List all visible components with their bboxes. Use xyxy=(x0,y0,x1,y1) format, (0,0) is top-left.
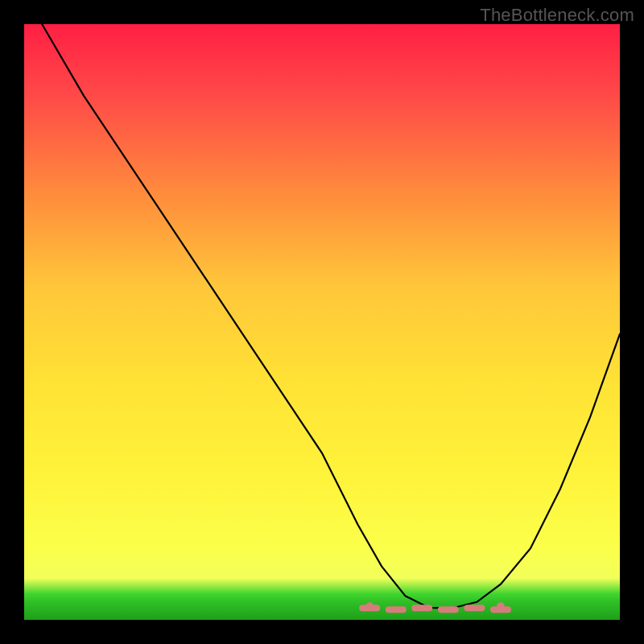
svg-point-7 xyxy=(497,602,505,610)
optimal-band-marker xyxy=(362,602,508,610)
chart-frame: TheBottleneck.com xyxy=(0,0,644,644)
curve-layer xyxy=(24,24,620,620)
bottleneck-curve xyxy=(42,24,620,608)
plot-area xyxy=(24,24,620,620)
watermark-text: TheBottleneck.com xyxy=(480,5,634,26)
svg-point-6 xyxy=(365,602,374,610)
